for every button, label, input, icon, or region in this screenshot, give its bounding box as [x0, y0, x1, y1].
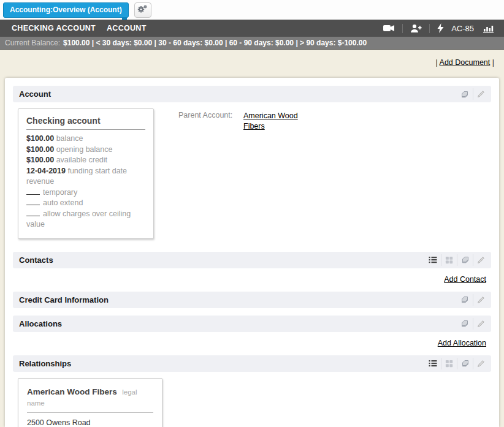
nav-divider	[402, 24, 403, 33]
field-temporary: temporary	[26, 187, 145, 198]
video-camera-icon[interactable]	[378, 24, 400, 32]
field-label: auto extend	[43, 198, 83, 207]
credit-card-header-tools	[457, 294, 489, 306]
field-funding-start-date: 12-04-2019 funding start date revenue	[26, 166, 145, 187]
settings-button[interactable]	[134, 2, 151, 18]
relationship-name: American Wood Fibers	[27, 387, 117, 396]
parent-account-label: Parent Account:	[178, 111, 243, 239]
journal-icon[interactable]	[457, 294, 473, 306]
top-tab-bar: Accounting:Overview (Account)	[0, 0, 504, 20]
field-available-credit: $100.00 available credit	[26, 155, 145, 166]
field-auto-extend: auto extend	[26, 198, 145, 209]
add-contact-link[interactable]: Add Contact	[444, 275, 486, 284]
main-nav-bar: CHECKING ACCOUNT ACCOUNT AC-85	[0, 20, 504, 37]
add-person-icon[interactable]	[405, 24, 427, 33]
checking-account-card: Checking account $100.00 balance $100.00…	[18, 108, 154, 239]
journal-icon[interactable]	[457, 318, 473, 330]
list-view-icon[interactable]	[425, 358, 441, 369]
grid-view-icon[interactable]	[441, 254, 457, 266]
balance-status-label: Current Balance:	[5, 39, 60, 47]
field-value: $100.00	[26, 156, 54, 164]
field-label: allow charges over ceiling value	[26, 210, 131, 229]
nav-item-account[interactable]: ACCOUNT	[101, 24, 152, 32]
bar-chart-icon[interactable]	[478, 24, 499, 33]
journal-icon[interactable]	[457, 88, 473, 100]
field-balance: $100.00 balance	[26, 134, 145, 145]
document-actions-row: | Add Document |	[5, 50, 499, 68]
allocations-section-title: Allocations	[19, 319, 457, 328]
parent-account-link[interactable]: American Wood Fibers	[243, 111, 302, 239]
allocations-section-header: Allocations	[13, 316, 491, 332]
field-label: available credit	[56, 156, 107, 164]
gears-icon	[137, 4, 148, 17]
add-document-link[interactable]: Add Document	[440, 58, 491, 67]
pipe-separator: |	[492, 58, 494, 67]
credit-card-section-title: Credit Card Information	[19, 295, 457, 304]
edit-pencil-icon[interactable]	[473, 88, 489, 100]
edit-pencil-icon[interactable]	[473, 358, 489, 369]
main-panel: Account Checking account	[5, 78, 499, 427]
contacts-section-header: Contacts	[13, 252, 491, 268]
grid-view-icon[interactable]	[441, 358, 457, 369]
field-value: 12-04-2019	[26, 167, 66, 175]
app-tab-label: Accounting:Overview (Account)	[10, 6, 122, 14]
credit-card-section-header: Credit Card Information	[13, 292, 491, 308]
contacts-section-title: Contacts	[19, 255, 425, 265]
empty-value-line	[26, 188, 40, 195]
relationships-section-title: Relationships	[19, 359, 425, 368]
journal-icon[interactable]	[457, 254, 473, 266]
checking-account-card-title: Checking account	[26, 116, 145, 130]
relationships-header-tools	[425, 358, 489, 369]
nav-divider	[429, 24, 430, 33]
field-label: balance	[56, 134, 83, 143]
field-opening-balance: $100.00 opening balance	[26, 145, 145, 156]
field-value: $100.00	[26, 134, 54, 143]
field-label: opening balance	[56, 145, 113, 154]
account-section-body: Checking account $100.00 balance $100.00…	[18, 108, 491, 239]
edit-pencil-icon[interactable]	[473, 254, 489, 266]
relationship-card: American Wood Fibers legal name 2500 Owe…	[18, 378, 162, 427]
nav-right-tools: AC-85	[378, 23, 499, 33]
account-section-header: Account	[13, 86, 491, 102]
journal-icon[interactable]	[457, 358, 473, 369]
balance-status-value: $100.00 | < 30 days: $0.00 | 30 - 60 day…	[63, 39, 367, 47]
allocations-header-tools	[457, 318, 489, 330]
field-allow-charges: allow charges over ceiling value	[26, 209, 145, 230]
page-content: | Add Document | Account	[0, 50, 504, 427]
add-allocation-link[interactable]: Add Allocation	[438, 339, 486, 347]
active-app-tab[interactable]: Accounting:Overview (Account)	[3, 2, 129, 18]
balance-status-bar: Current Balance: $100.00 | < 30 days: $0…	[0, 37, 504, 50]
relationship-address-line1: 2500 Owens Road	[27, 417, 153, 427]
parent-account-field: Parent Account: American Wood Fibers	[178, 111, 302, 239]
list-view-icon[interactable]	[425, 254, 441, 266]
relationships-section-header: Relationships	[13, 355, 491, 372]
account-section-title: Account	[19, 89, 457, 99]
account-header-tools	[457, 88, 489, 100]
field-value: $100.00	[26, 145, 54, 154]
pipe-separator: |	[436, 58, 438, 67]
relationship-name-row: American Wood Fibers legal name	[27, 386, 153, 413]
account-code-badge: AC-85	[449, 24, 478, 33]
field-label: temporary	[43, 188, 77, 197]
allocations-actions-row: Add Allocation	[13, 339, 486, 347]
empty-value-line	[26, 198, 40, 205]
empty-value-line	[26, 210, 40, 216]
edit-pencil-icon[interactable]	[473, 318, 489, 330]
contacts-actions-row: Add Contact	[13, 275, 486, 284]
lightning-icon[interactable]	[432, 23, 449, 33]
nav-item-checking-account[interactable]: CHECKING ACCOUNT	[6, 24, 101, 32]
contacts-header-tools	[425, 254, 489, 266]
edit-pencil-icon[interactable]	[473, 294, 489, 306]
